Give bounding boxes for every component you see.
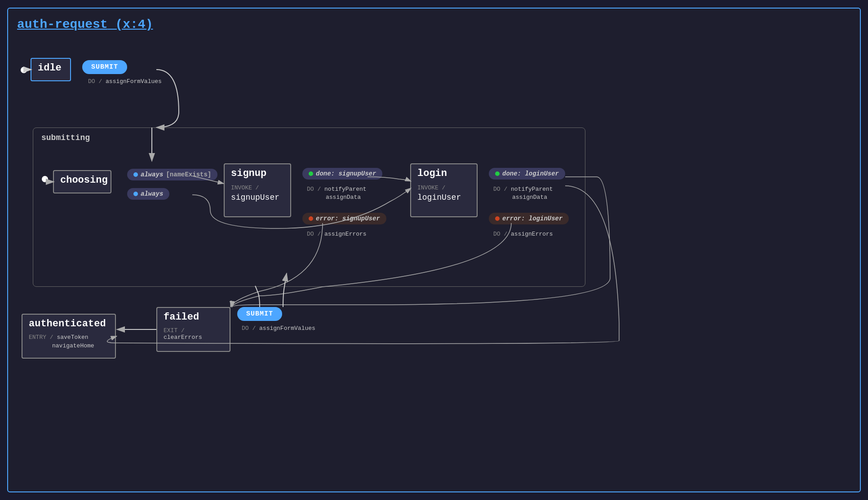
error-login-pill[interactable]: error: loginUser: [489, 213, 569, 224]
submit-transition-bottom[interactable]: SUBMIT: [237, 307, 282, 321]
submit-action-top: DO / assignFormValues: [88, 78, 162, 85]
idle-label: idle: [38, 62, 64, 74]
error-login-action: DO / assignErrors: [493, 231, 553, 237]
page-title[interactable]: auth-request (x:4): [17, 18, 851, 31]
done-signup-pill[interactable]: done: signupUser: [302, 168, 382, 180]
state-idle[interactable]: idle: [31, 58, 71, 81]
state-failed[interactable]: failed EXIT / clearErrors: [156, 307, 230, 352]
choosing-label: choosing: [60, 175, 104, 186]
done-login-dot: [495, 171, 500, 176]
always-dot-2: [133, 192, 138, 196]
main-container: auth-request (x:4) idle SUBMIT DO / assi…: [7, 8, 861, 492]
done-signup-action2: assignData: [326, 194, 361, 201]
done-login-action2: assignData: [512, 194, 547, 201]
state-login[interactable]: login INVOKE / loginUser: [410, 163, 478, 217]
done-login-action: DO / notifyParent: [493, 186, 553, 193]
submitting-label: submitting: [41, 133, 90, 142]
choosing-init-dot: [42, 176, 48, 182]
always-nameexists-pill[interactable]: always [nameExists]: [127, 169, 217, 180]
state-choosing[interactable]: choosing: [53, 170, 111, 193]
always-pill[interactable]: always: [127, 188, 169, 200]
error-login-dot: [495, 216, 500, 221]
submit-transition-top[interactable]: SUBMIT: [82, 60, 127, 74]
login-label: login: [417, 168, 470, 179]
initial-state-dot: [21, 67, 27, 73]
title-suffix: (x:4): [108, 18, 153, 31]
done-signup-action: DO / notifyParent: [307, 186, 367, 193]
title-text: auth-request: [17, 18, 108, 31]
always-dot-1: [133, 172, 138, 177]
state-signup[interactable]: signup INVOKE / signupUser: [224, 163, 291, 217]
submit-action-bottom: DO / assignFormValues: [242, 325, 315, 332]
error-signup-dot: [309, 216, 313, 221]
done-login-pill[interactable]: done: loginUser: [489, 168, 565, 180]
error-signup-action: DO / assignErrors: [307, 231, 367, 237]
failed-label: failed: [164, 311, 223, 323]
error-signup-pill[interactable]: error: signupUser: [302, 213, 386, 224]
signup-label: signup: [231, 168, 284, 179]
done-signup-dot: [309, 171, 313, 176]
authenticated-label: authenticated: [29, 318, 109, 329]
submitting-container: submitting: [33, 127, 585, 287]
state-authenticated[interactable]: authenticated ENTRY / saveToken navigate…: [22, 314, 116, 359]
